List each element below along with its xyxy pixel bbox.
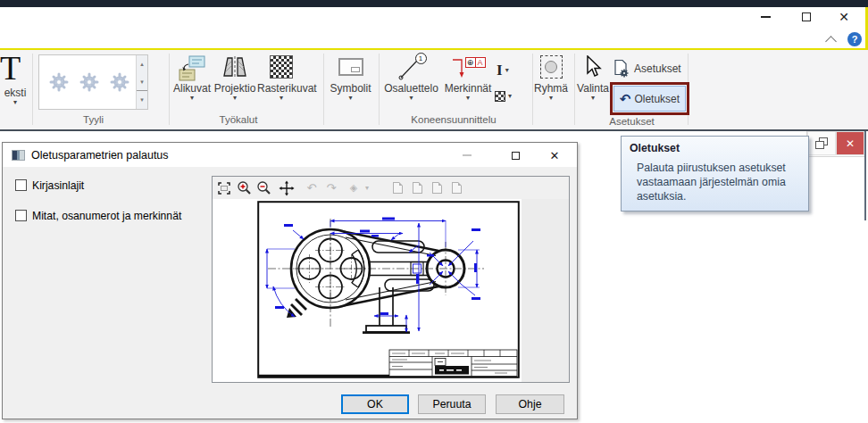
dialog-minimize-button[interactable] xyxy=(455,146,480,164)
raster-image-icon xyxy=(257,52,305,82)
preview-canvas xyxy=(213,199,569,382)
ibeam-icon: I xyxy=(497,62,503,78)
mdi-controls: ✕ xyxy=(806,131,865,157)
ryhma-button[interactable]: Ryhmä ▾ xyxy=(534,52,568,102)
ohje-label: Ohje xyxy=(519,398,542,411)
text-symbol-icon: A xyxy=(475,57,486,68)
diamond-icon: ◈ xyxy=(350,183,357,193)
rasterikuvat-label: Rasterikuvat xyxy=(257,82,305,95)
preview-drawing xyxy=(257,201,520,378)
mdi-close-button[interactable]: ✕ xyxy=(836,131,864,155)
projektio-button[interactable]: Projektio ▾ xyxy=(213,52,256,102)
minimize-icon xyxy=(463,154,472,156)
preview-panel: ↶ ↷ ◈ ▾ xyxy=(212,176,570,383)
checkbox-kirjasinlajit[interactable] xyxy=(15,179,27,191)
page-icon xyxy=(413,182,422,194)
minimize-icon xyxy=(761,16,771,18)
peruuta-button[interactable]: Peruuta xyxy=(418,394,486,414)
dialog-title: Oletusparametrien palautus xyxy=(31,149,169,162)
gallery-up-icon[interactable]: ▴ xyxy=(137,55,147,73)
ok-button[interactable]: OK xyxy=(341,394,409,414)
merkinnat-button[interactable]: ⊕ A Merkinnät ▾ xyxy=(441,52,495,102)
undo-view-button[interactable]: ↶ xyxy=(302,178,321,197)
hatch-button[interactable]: ▾ xyxy=(495,91,512,102)
minimize-button[interactable] xyxy=(754,6,777,28)
chevron-down-icon: ▾ xyxy=(257,95,305,102)
group-label-tyyli: Tyyli xyxy=(38,114,148,125)
steel-profile-button[interactable]: I ▾ xyxy=(497,62,509,78)
close-button[interactable]: ✕ xyxy=(832,6,855,28)
group-separator xyxy=(323,54,324,125)
asetukset-label: Asetukset xyxy=(634,62,681,75)
ohje-button[interactable]: Ohje xyxy=(496,394,564,414)
symbolit-label: Symbolit xyxy=(329,82,372,95)
dialog-oletusparametrien-palautus: Oletusparametrien palautus ✕ Kirjasinlaj… xyxy=(2,142,578,419)
oletukset-button[interactable]: ↶ Oletukset xyxy=(613,86,686,112)
group-separator xyxy=(379,54,380,125)
alikuvat-button[interactable]: Alikuvat ▾ xyxy=(171,52,213,102)
group-separator xyxy=(532,54,533,125)
help-icon: ? xyxy=(852,34,858,45)
parts-list-icon: 1 xyxy=(382,52,440,82)
chevron-down-icon: ▾ xyxy=(505,67,509,74)
osaluettelo-button[interactable]: 1 Osaluettelo ▾ xyxy=(382,52,440,102)
dialog-titlebar[interactable]: Oletusparametrien palautus ✕ xyxy=(3,143,577,167)
gallery-down-icon[interactable]: ▾ xyxy=(137,73,147,91)
checkbox-kirjasinlajit-label: Kirjasinlajit xyxy=(32,179,84,192)
redo-view-button[interactable]: ↷ xyxy=(321,178,341,197)
gallery-scrollbar[interactable]: ▴ ▾ ▾ xyxy=(136,55,147,109)
style-gallery-items[interactable] xyxy=(39,55,136,109)
maximize-icon xyxy=(802,12,811,21)
snap-button[interactable]: ◈ xyxy=(346,178,361,197)
fit-view-button[interactable] xyxy=(214,178,234,197)
asetukset-button[interactable]: Asetukset xyxy=(613,59,681,79)
pan-button[interactable] xyxy=(277,178,296,197)
page-icon xyxy=(393,182,403,194)
zoom-in-button[interactable] xyxy=(234,178,254,197)
pan-icon xyxy=(279,180,295,196)
symbolit-button[interactable]: Symbolit ▾ xyxy=(329,52,372,102)
alikuvat-label: Alikuvat xyxy=(171,82,213,95)
close-icon: ✕ xyxy=(839,11,849,23)
undo-icon: ↶ xyxy=(307,182,317,194)
help-button[interactable]: ? xyxy=(847,32,862,46)
maximize-button[interactable] xyxy=(795,6,818,28)
ryhma-label: Ryhmä xyxy=(534,82,568,95)
rasterikuvat-button[interactable]: Rasterikuvat ▾ xyxy=(257,52,305,102)
peruuta-label: Peruuta xyxy=(432,398,471,411)
snap-dropdown[interactable]: ▾ xyxy=(361,178,373,197)
oletukset-highlight-box: ↶ Oletukset xyxy=(610,82,689,115)
undo-icon: ↶ xyxy=(620,92,631,105)
page-button-3[interactable] xyxy=(427,178,447,197)
dialog-close-button[interactable]: ✕ xyxy=(542,146,567,164)
checkbox-mitat-label: Mitat, osanumerot ja merkinnät xyxy=(32,210,181,222)
valinta-label: Valinta xyxy=(573,82,613,95)
page-button-4[interactable] xyxy=(447,178,466,197)
chevron-down-icon: ▾ xyxy=(171,95,213,102)
oletukset-label: Oletukset xyxy=(634,93,680,105)
gallery-expand-icon[interactable]: ▾ xyxy=(137,90,147,109)
hatch-icon xyxy=(495,91,505,102)
projektio-label: Projektio xyxy=(213,82,256,95)
panel-edge xyxy=(864,131,866,220)
tooltip-oletukset: Oletukset Palauta piirustuksen asetukset… xyxy=(621,136,809,212)
merkinnat-label: Merkinnät xyxy=(441,82,495,95)
page-button-2[interactable] xyxy=(407,178,427,197)
fit-view-icon xyxy=(217,181,231,195)
dialog-maximize-button[interactable] xyxy=(503,146,528,164)
page-icon xyxy=(432,182,442,194)
ribbon-collapse-icon[interactable] xyxy=(825,36,837,47)
style-gallery[interactable]: ▴ ▾ ▾ xyxy=(38,54,148,110)
dialog-icon xyxy=(12,150,25,161)
page-button-1[interactable] xyxy=(388,178,407,197)
teksti-button[interactable]: T eksti ▾ xyxy=(0,51,30,106)
osaluettelo-label: Osaluettelo xyxy=(382,82,440,95)
zoom-out-button[interactable] xyxy=(254,178,273,197)
checkbox-mitat[interactable] xyxy=(15,210,27,221)
group-label-koneensuunnittelu: Koneensuunnittelu xyxy=(382,114,525,125)
projection-icon xyxy=(213,52,256,82)
mdi-restore-button[interactable] xyxy=(807,131,836,155)
group-label-asetukset: Asetukset xyxy=(585,116,679,127)
valinta-button[interactable]: Valinta ▾ xyxy=(573,52,613,102)
style-preview-icons xyxy=(39,55,136,109)
